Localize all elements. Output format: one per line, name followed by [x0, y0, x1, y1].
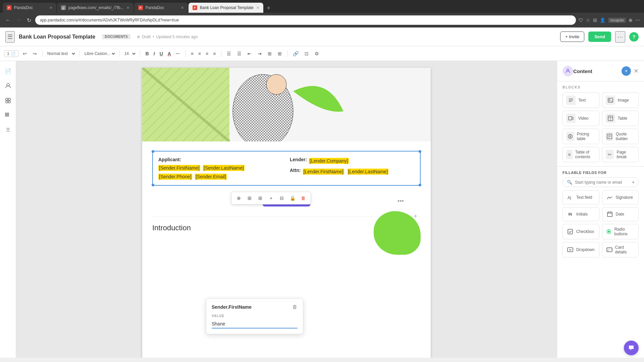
align-left-button[interactable]: ≡: [196, 50, 203, 58]
more-options-button2[interactable]: ⊞: [276, 50, 284, 58]
toc-block-icon: ≡: [566, 150, 573, 159]
grid-tool-button[interactable]: ⊞: [256, 193, 265, 203]
help-button[interactable]: ?: [629, 32, 639, 42]
more-options-button[interactable]: ⋯: [615, 31, 625, 43]
undo-button[interactable]: ↩: [21, 50, 29, 58]
tab-close[interactable]: ✕: [256, 6, 259, 10]
fillable-text-field[interactable]: A| Text field: [562, 190, 599, 204]
invite-button[interactable]: + Invite: [560, 32, 584, 42]
underline-button[interactable]: U: [158, 50, 165, 58]
tab-close[interactable]: ✕: [126, 6, 129, 10]
italic-button[interactable]: I: [152, 50, 157, 58]
sidebar-components-button[interactable]: [2, 95, 14, 107]
send-button[interactable]: Send: [588, 32, 611, 42]
block-item-text[interactable]: Text: [562, 93, 599, 108]
block-item-video[interactable]: Video: [562, 111, 599, 126]
menu-button[interactable]: ☰: [5, 31, 15, 43]
three-dots-button[interactable]: •••: [397, 198, 404, 205]
lender-lastname-field[interactable]: [Lender.LastName]: [347, 169, 388, 175]
lock-tool-button[interactable]: 🔒: [288, 193, 297, 203]
sender-firstname-field[interactable]: [Sender.FirstName]: [158, 165, 200, 171]
filter-button[interactable]: ⚙: [313, 50, 321, 58]
fillable-card-details[interactable]: Card details: [602, 242, 639, 257]
new-tab-button[interactable]: +: [264, 3, 273, 13]
indent-decrease-button[interactable]: ⇤: [246, 50, 254, 58]
tab-pageflows[interactable]: p pageflows.com/_emails/_/7fb... ✕: [57, 3, 133, 13]
tab-bank-loan[interactable]: P Bank Loan Proposal Template ✕: [189, 3, 263, 13]
delete-tool-button[interactable]: 🗑: [299, 193, 308, 203]
block-item-toc[interactable]: ≡ Table of contents: [562, 147, 599, 162]
image-insert-button[interactable]: ⊡: [303, 50, 311, 58]
shield-icon: 🛡: [579, 17, 583, 23]
tab-close[interactable]: ✕: [49, 6, 52, 10]
tab-pandadoc-1[interactable]: P PandaDoc ✕: [3, 3, 56, 13]
more-options-icon[interactable]: ⋯: [635, 17, 640, 23]
fillable-dropdown[interactable]: Dropdown: [562, 242, 599, 257]
sender-phone-field[interactable]: [Sender.Phone]: [158, 174, 192, 180]
font-size-dropdown[interactable]: 14: [123, 51, 137, 56]
field-popup-value-input[interactable]: [212, 320, 298, 328]
sender-lastname-field[interactable]: [Sender.LastName]: [203, 165, 245, 171]
bullet-list-button[interactable]: ☰: [225, 50, 233, 58]
block-item-quote[interactable]: Quote builder: [602, 129, 639, 144]
column-button[interactable]: ⊞: [266, 50, 274, 58]
fillable-radio[interactable]: Radio buttons: [602, 224, 639, 239]
address-bar[interactable]: app.pandadoc.com/a/#/documents/ADvhJKTWo…: [35, 15, 576, 25]
sidebar-analytics-button[interactable]: [2, 109, 14, 121]
sidebar-pages-button[interactable]: 📄: [2, 65, 14, 77]
align-buttons: ≡ ≡ ≡ ≡: [189, 50, 218, 58]
add-tool-button[interactable]: +: [266, 193, 276, 203]
layers-tool-button[interactable]: ⊕: [234, 193, 244, 203]
right-sidebar-user-icon[interactable]: [562, 66, 573, 76]
forward-button[interactable]: →: [15, 16, 23, 24]
field-popup-delete-button[interactable]: 🗑: [292, 304, 298, 310]
settings-tool-button[interactable]: ⊟: [277, 193, 286, 203]
block-item-pagebreak[interactable]: ✂ Page break: [602, 147, 639, 162]
fillable-signature[interactable]: Signature: [602, 190, 639, 204]
add-block-button[interactable]: +: [414, 213, 417, 220]
redo-button[interactable]: ↪: [31, 50, 39, 58]
block-item-pricing[interactable]: Pricing table: [562, 129, 599, 144]
fillable-search-input[interactable]: [575, 180, 630, 185]
star-icon[interactable]: ☆: [586, 17, 590, 23]
profile-icon[interactable]: 👤: [600, 17, 605, 23]
fillable-checkbox[interactable]: Checkbox: [562, 224, 599, 239]
block-item-table[interactable]: Table: [602, 111, 639, 126]
doc-status: Draft • Updated 5 minutes ago: [137, 35, 198, 39]
sender-email-field[interactable]: [Sender.Email]: [195, 174, 227, 180]
signature-icon: [606, 193, 614, 201]
selected-block[interactable]: Applicant: [Sender.FirstName] [Sender.La…: [152, 151, 421, 186]
font-family-dropdown[interactable]: Libre Caslon...: [83, 51, 116, 56]
align-center-button[interactable]: ≡: [189, 50, 196, 58]
lender-company-field[interactable]: [Lender.Company]: [309, 158, 348, 164]
add-content-button[interactable]: +: [622, 66, 631, 76]
close-sidebar-button[interactable]: ✕: [634, 67, 639, 75]
sidebar-grid-button[interactable]: ⠿: [2, 124, 14, 136]
indent-increase-button[interactable]: ⇥: [256, 50, 264, 58]
refresh-button[interactable]: ↻: [25, 16, 33, 25]
svg-rect-8: [7, 115, 9, 116]
resize-corner-br[interactable]: [419, 184, 421, 186]
fillable-date[interactable]: Date: [602, 207, 639, 221]
chat-button[interactable]: [624, 341, 639, 355]
back-button[interactable]: ←: [4, 16, 12, 24]
text-color-button[interactable]: A: [166, 50, 173, 58]
sidebar-users-button[interactable]: [2, 80, 14, 92]
sidebar-icon[interactable]: ⊟: [593, 17, 597, 23]
block-item-image[interactable]: Image: [602, 93, 639, 108]
align-tool-button[interactable]: ⊞: [245, 193, 254, 203]
image-block-icon: [606, 96, 615, 105]
tab-pandadoc-3[interactable]: P PandaDoc ✕: [134, 3, 188, 13]
style-dropdown[interactable]: Normal text: [46, 51, 76, 56]
bold-button[interactable]: B: [144, 50, 151, 58]
extension-icon[interactable]: ⊕: [629, 17, 633, 23]
numbered-list-button[interactable]: ☰: [235, 50, 244, 58]
align-right-button[interactable]: ≡: [211, 50, 218, 58]
more-format-button[interactable]: ···: [174, 50, 182, 58]
tab-close[interactable]: ✕: [181, 6, 184, 10]
align-justify-button[interactable]: ≡: [204, 50, 210, 58]
fillable-search[interactable]: 🔍 ▾: [562, 177, 639, 187]
lender-firstname-field[interactable]: [Lender.FirstName]: [303, 169, 344, 175]
fillable-initials[interactable]: IN Initials: [562, 207, 599, 221]
link-button[interactable]: 🔗: [291, 50, 301, 58]
